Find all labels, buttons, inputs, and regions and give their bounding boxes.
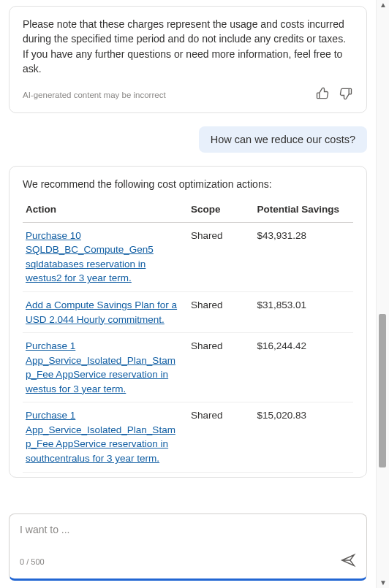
scroll-up-icon[interactable]: ▲ bbox=[378, 1, 388, 9]
col-header-action: Action bbox=[23, 199, 188, 222]
scroll-thumb[interactable] bbox=[379, 314, 386, 467]
table-intro: We recommend the following cost optimiza… bbox=[23, 178, 353, 190]
table-row: Purchase 1 App_Service_Isolated_Plan_Sta… bbox=[23, 333, 353, 402]
chat-input-box: 0 / 500 bbox=[9, 513, 367, 581]
assistant-note-text: Please note that these charges represent… bbox=[23, 17, 353, 76]
savings-cell: $43,931.28 bbox=[254, 222, 353, 291]
savings-cell: $31,853.01 bbox=[254, 291, 353, 332]
user-message-row: How can we reduce our costs? bbox=[9, 126, 367, 153]
scroll-down-icon[interactable]: ▼ bbox=[378, 579, 388, 587]
action-link[interactable]: Add a Compute Savings Plan for a USD 2.0… bbox=[26, 299, 177, 325]
action-link[interactable]: Purchase 10 SQLDB_BC_Compute_Gen5 sqldat… bbox=[26, 230, 154, 284]
scope-cell: Shared bbox=[188, 333, 254, 402]
recommendations-card: We recommend the following cost optimiza… bbox=[9, 166, 367, 477]
col-header-savings: Potential Savings bbox=[254, 199, 353, 222]
savings-cell: $16,244.42 bbox=[254, 333, 353, 402]
action-link[interactable]: Purchase 1 App_Service_Isolated_Plan_Sta… bbox=[26, 410, 175, 464]
assistant-message: Please note that these charges represent… bbox=[9, 6, 367, 113]
message-list: Please note that these charges represent… bbox=[0, 0, 376, 508]
thumbs-down-icon[interactable] bbox=[339, 86, 353, 104]
chat-input[interactable] bbox=[20, 524, 356, 535]
scope-cell: Shared bbox=[188, 222, 254, 291]
table-row: Purchase 1 App_Service_Isolated_Plan_Sta… bbox=[23, 402, 353, 472]
scope-cell: Shared bbox=[188, 291, 254, 332]
feedback-row: AI-generated content may be incorrect bbox=[23, 86, 353, 104]
table-row: Add a Compute Savings Plan for a USD 2.0… bbox=[23, 291, 353, 332]
table-row: Purchase 10 SQLDB_BC_Compute_Gen5 sqldat… bbox=[23, 222, 353, 291]
input-area: 0 / 500 bbox=[0, 508, 376, 588]
ai-disclaimer: AI-generated content may be incorrect bbox=[23, 91, 166, 99]
col-header-scope: Scope bbox=[188, 199, 254, 222]
send-icon[interactable] bbox=[340, 552, 356, 571]
recommendations-table: Action Scope Potential Savings Purchase … bbox=[23, 199, 353, 472]
scope-cell: Shared bbox=[188, 402, 254, 472]
thumbs-up-icon[interactable] bbox=[315, 86, 330, 104]
action-link[interactable]: Purchase 1 App_Service_Isolated_Plan_Sta… bbox=[26, 340, 175, 394]
scrollbar[interactable]: ▲ ▼ bbox=[376, 0, 389, 588]
savings-cell: $15,020.83 bbox=[254, 402, 353, 472]
user-message: How can we reduce our costs? bbox=[199, 126, 367, 153]
char-count: 0 / 500 bbox=[20, 557, 45, 566]
